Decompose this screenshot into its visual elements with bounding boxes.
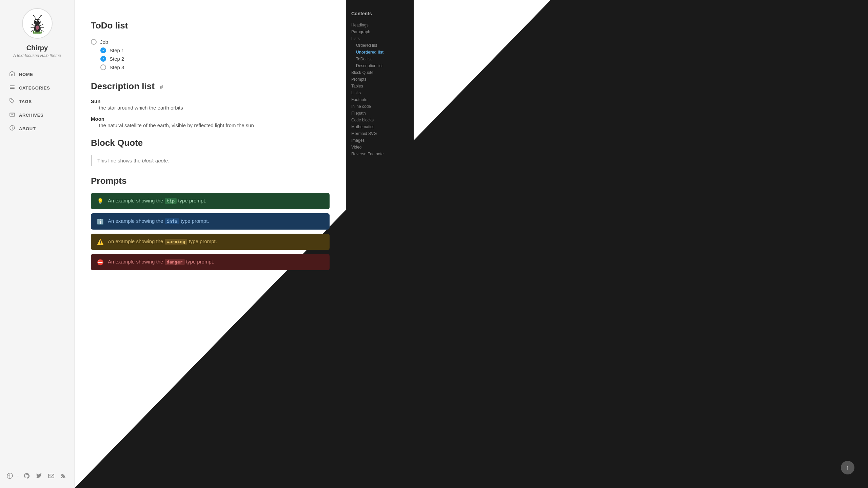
categories-icon	[9, 84, 15, 91]
prompt-warning: ⚠️ An example showing the warning type p…	[91, 234, 330, 250]
toc-reverse-footnote[interactable]: Reverse Footnote	[351, 151, 408, 157]
nav-label-archives: ARCHIVES	[19, 113, 43, 118]
prompts-title: Prompts	[91, 176, 330, 186]
svg-point-9	[33, 15, 34, 16]
toc-code-blocks[interactable]: Code blocks	[351, 117, 408, 123]
svg-line-8	[34, 16, 36, 19]
right-sidebar: Contents Headings Paragraph Lists Ordere…	[346, 0, 414, 488]
nav-label-home: HOME	[19, 72, 33, 77]
toc-headings[interactable]: Headings	[351, 22, 408, 28]
toc-description-list[interactable]: Description list	[351, 62, 408, 69]
desc-item-sun: Sun the star around which the earth orbi…	[91, 98, 330, 111]
prompt-info-text: An example showing the info type prompt.	[108, 218, 323, 224]
todo-label-job: Job	[100, 39, 108, 45]
nav-list: HOME CATEGORIES TAGS ARCHIVES ABOUT	[5, 67, 69, 135]
svg-rect-21	[35, 31, 36, 33]
tip-icon: 💡	[97, 198, 104, 204]
toc-mathematics[interactable]: Mathematics	[351, 123, 408, 130]
desc-section: Sun the star around which the earth orbi…	[91, 98, 330, 128]
checkbox-checked-step1	[100, 47, 106, 53]
toc-list: Headings Paragraph Lists Ordered list Un…	[351, 22, 408, 157]
prompt-danger: ⛔ An example showing the danger type pro…	[91, 254, 330, 270]
toc-tables[interactable]: Tables	[351, 83, 408, 90]
desc-title: Description list #	[91, 81, 330, 92]
svg-rect-20	[33, 31, 34, 33]
toc-inline-code[interactable]: Inline code	[351, 103, 408, 110]
desc-def-sun: the star around which the earth orbits	[99, 105, 330, 111]
theme-toggle[interactable]	[7, 473, 13, 479]
tip-code: tip	[165, 198, 177, 204]
prompt-warning-text: An example showing the warning type prom…	[108, 238, 323, 245]
nav-item-about[interactable]: ABOUT	[5, 122, 69, 135]
toc-video[interactable]: Video	[351, 144, 408, 151]
site-title: Chirpy	[5, 44, 69, 52]
svg-point-12	[36, 25, 39, 30]
svg-point-6	[36, 21, 36, 21]
todo-item-step1: Step 1	[91, 46, 330, 55]
prompt-danger-text: An example showing the danger type promp…	[108, 259, 323, 265]
svg-point-4	[35, 21, 36, 22]
twitter-icon[interactable]	[35, 472, 43, 480]
site-subtitle: A text-focused Halo theme	[5, 53, 69, 58]
checkbox-empty	[91, 39, 97, 45]
toc-unordered-list[interactable]: Unordered list	[351, 49, 408, 56]
todo-item-job: Job	[91, 38, 330, 46]
toc-prompts[interactable]: Prompts	[351, 76, 408, 83]
toc-links[interactable]: Links	[351, 90, 408, 96]
blockquote-code: block quote	[142, 158, 168, 163]
scroll-top-button[interactable]: ↑	[841, 461, 854, 474]
toc-images[interactable]: Images	[351, 137, 408, 144]
warning-icon: ⚠️	[97, 239, 104, 245]
desc-term-sun: Sun	[91, 98, 330, 104]
blockquote-title: Block Quote	[91, 138, 330, 148]
toc-footnote[interactable]: Footnote	[351, 96, 408, 103]
nav-item-categories[interactable]: CATEGORIES	[5, 81, 69, 95]
todo-item-step2: Step 2	[91, 55, 330, 63]
todo-title: ToDo list	[91, 20, 330, 31]
separator: -	[17, 473, 19, 479]
desc-term-moon: Moon	[91, 116, 330, 122]
sidebar-footer: -	[5, 468, 69, 480]
home-icon	[9, 71, 15, 78]
danger-icon: ⛔	[97, 259, 104, 266]
todo-item-step3: Step 3	[91, 63, 330, 72]
github-icon[interactable]	[23, 472, 31, 480]
toc-lists[interactable]: Lists	[351, 35, 408, 42]
todo-label-step2: Step 2	[110, 56, 124, 62]
toc-paragraph[interactable]: Paragraph	[351, 28, 408, 35]
toc-filepath[interactable]: Filepath	[351, 110, 408, 117]
scroll-top-icon: ↑	[846, 464, 849, 471]
prompt-info: ℹ️ An example showing the info type prom…	[91, 213, 330, 230]
svg-line-15	[31, 30, 34, 32]
toc-block-quote[interactable]: Block Quote	[351, 69, 408, 76]
svg-point-27	[11, 99, 12, 100]
svg-rect-26	[10, 88, 15, 89]
todo-label-step1: Step 1	[110, 47, 124, 53]
toc-ordered-list[interactable]: Ordered list	[351, 42, 408, 49]
toc-todo-list[interactable]: ToDo list	[351, 56, 408, 62]
info-code: info	[165, 218, 179, 224]
desc-title-anchor[interactable]: #	[160, 84, 163, 91]
svg-rect-23	[40, 31, 41, 33]
todo-label-step3: Step 3	[110, 64, 124, 70]
blockquote-prefix: This line shows the	[97, 158, 142, 163]
svg-point-7	[39, 21, 39, 21]
nav-label-tags: TAGS	[19, 99, 32, 104]
svg-rect-22	[39, 31, 40, 34]
tags-icon	[9, 98, 15, 105]
nav-item-tags[interactable]: TAGS	[5, 95, 69, 108]
nav-item-home[interactable]: HOME	[5, 67, 69, 81]
svg-rect-25	[10, 87, 15, 87]
blockquote-suffix: .	[168, 158, 169, 163]
nav-label-categories: CATEGORIES	[19, 85, 50, 91]
rss-icon[interactable]	[59, 472, 67, 480]
desc-title-text: Description list	[91, 81, 155, 91]
svg-rect-24	[10, 85, 15, 86]
toc-mermaid-svg[interactable]: Mermaid SVG	[351, 130, 408, 137]
email-icon[interactable]	[47, 472, 55, 480]
info-icon: ℹ️	[97, 218, 104, 225]
nav-item-archives[interactable]: ARCHIVES	[5, 108, 69, 122]
nav-label-about: ABOUT	[19, 126, 36, 131]
desc-def-moon: the natural satellite of the earth, visi…	[99, 122, 330, 128]
svg-line-10	[38, 16, 41, 19]
